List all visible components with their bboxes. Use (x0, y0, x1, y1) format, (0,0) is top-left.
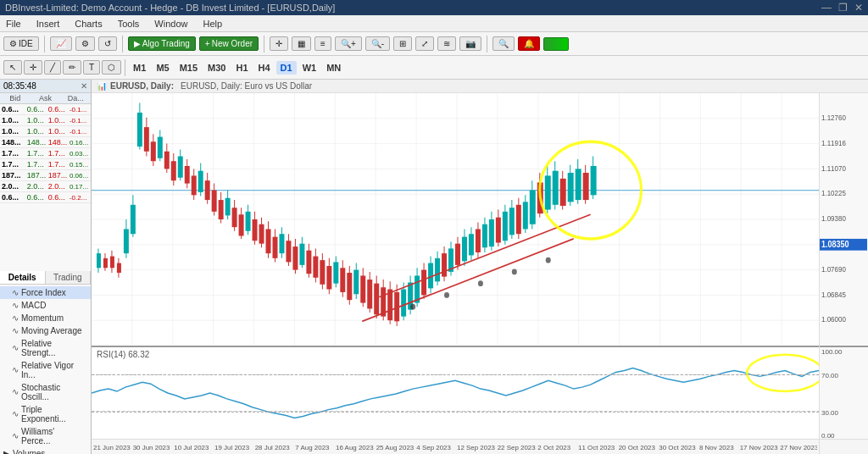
auto-scroll-button[interactable]: ⤢ (415, 36, 434, 51)
zoom-in-button[interactable]: 🔍+ (335, 36, 362, 51)
tf-h1[interactable]: H1 (231, 61, 252, 75)
tf-d1[interactable]: D1 (276, 61, 297, 75)
menu-window[interactable]: Window (152, 18, 190, 30)
date-axis: 21 Jun 2023 30 Jun 2023 10 Jul 2023 19 J… (92, 439, 819, 454)
indicator-moving-average[interactable]: ∿ Moving Average (0, 324, 91, 337)
titlebar: DBInvest-Limited: Demo Account - Hedge -… (0, 0, 868, 15)
toolbar1: ⚙ IDE 📈 ⚙ ↺ ▶ Algo Trading + New Order ✛… (0, 32, 868, 56)
algo-icon: ▶ (134, 39, 141, 48)
tf-h4[interactable]: H4 (254, 61, 275, 75)
ind-wave-icon3: ∿ (12, 313, 19, 323)
shapes-button[interactable]: ⬡ (102, 60, 121, 75)
settings-button[interactable]: ⚙ (75, 36, 95, 51)
tab-trading[interactable]: Trading (46, 271, 92, 284)
zoom-out-button[interactable]: 🔍- (365, 36, 390, 51)
tab-details[interactable]: Details (0, 271, 46, 284)
text-button[interactable]: T (83, 60, 100, 75)
svg-point-176 (444, 292, 449, 298)
menu-charts[interactable]: Charts (72, 18, 104, 30)
line-button[interactable]: ╱ (44, 60, 61, 75)
ide-button[interactable]: ⚙ IDE (3, 36, 39, 51)
rsi-axis: 100.00 70.00 30.00 0.00 (820, 346, 868, 439)
crosshair-button[interactable]: ✛ (270, 36, 288, 51)
pen-button[interactable]: ✏ (63, 60, 81, 75)
tf-mn[interactable]: MN (322, 61, 345, 75)
indicator-momentum[interactable]: ∿ Momentum (0, 312, 91, 324)
chart-description: EURUSD, Daily: Euro vs US Dollar (181, 81, 312, 91)
svg-text:1.11916: 1.11916 (821, 138, 846, 147)
svg-text:1.10225: 1.10225 (821, 189, 846, 198)
svg-text:2 Oct 2023: 2 Oct 2023 (537, 443, 570, 451)
cursor-button[interactable]: ↖ (3, 60, 22, 75)
ind-wave-icon2: ∿ (12, 301, 19, 310)
chart-canvas[interactable]: RSI(14) 68.32 (92, 93, 819, 454)
price-chart-svg (92, 93, 819, 346)
ind-wave-icon8: ∿ (12, 409, 19, 418)
watch-row[interactable]: 1.0... 1.0... 1.0... -0.1... (0, 115, 91, 126)
tabs-area: Details Trading (0, 271, 91, 285)
price-axis-date-spacer (820, 439, 868, 454)
window-controls[interactable]: — ❐ ✕ (821, 2, 863, 14)
new-order-button[interactable]: + New Order (199, 36, 259, 51)
indicator-force-index[interactable]: ∿ Force Index (0, 286, 91, 299)
watch-row[interactable]: 2.0... 2.0... 2.0... 0.17... (0, 181, 91, 192)
grid-button[interactable]: ⊞ (393, 36, 412, 51)
watch-row[interactable]: 1.7... 1.7... 1.7... 0.03... (0, 148, 91, 159)
menu-help[interactable]: Help (200, 18, 225, 30)
svg-text:4 Sep 2023: 4 Sep 2023 (416, 443, 451, 451)
candle-button[interactable]: ≡ (314, 36, 331, 51)
minimize-button[interactable]: — (821, 2, 832, 14)
svg-text:10 Jul 2023: 10 Jul 2023 (174, 443, 209, 451)
watch-row[interactable]: 1.0... 1.0... 1.0... -0.1... (0, 126, 91, 137)
watch-row[interactable]: 0.6... 0.6... 0.6... -0.2... (0, 192, 91, 203)
watch-close[interactable]: ✕ (81, 81, 87, 91)
close-button[interactable]: ✕ (854, 2, 863, 14)
search-button[interactable]: 🔍 (492, 36, 515, 51)
watch-columns: Bid Ask Da... (0, 93, 91, 104)
expand-icon: ▶ (3, 449, 10, 455)
indicator-rsi[interactable]: ∿ Relative Strengt... (0, 337, 91, 359)
svg-text:30 Oct 2023: 30 Oct 2023 (659, 443, 696, 451)
menu-insert[interactable]: Insert (34, 18, 63, 30)
bar-chart-button[interactable]: ▦ (292, 36, 311, 51)
indicator-list: ∿ Force Index ∿ MACD ∿ Momentum ∿ Moving… (0, 285, 91, 455)
tf-m15[interactable]: M15 (175, 61, 202, 75)
menu-file[interactable]: File (3, 18, 24, 30)
svg-text:28 Jul 2023: 28 Jul 2023 (255, 443, 291, 451)
indicator-macd[interactable]: ∿ MACD (0, 299, 91, 312)
watch-row[interactable]: 148... 148... 148... 0.16... (0, 137, 91, 148)
tf-m30[interactable]: M30 (203, 61, 230, 75)
order-icon: + (205, 39, 210, 48)
period-button[interactable]: ≋ (437, 36, 456, 51)
svg-rect-33 (117, 263, 121, 273)
indicator-rvi[interactable]: ∿ Relative Vigor In... (0, 359, 91, 381)
notification-button[interactable]: 🔔 (518, 36, 540, 51)
watch-time: 08:35:48 (3, 81, 36, 91)
indicator-tema[interactable]: ∿ Triple Exponenti... (0, 403, 91, 425)
tf-m1[interactable]: M1 (129, 61, 150, 75)
chart-icon: 📊 (97, 81, 107, 91)
indicator-williams[interactable]: ∿ Williams' Perce... (0, 425, 91, 447)
sep1 (44, 36, 45, 53)
refresh-button[interactable]: ↺ (98, 36, 117, 51)
watch-row[interactable]: 187... 187... 187... 0.06... (0, 170, 91, 181)
tf-m5[interactable]: M5 (152, 61, 173, 75)
algo-trading-button[interactable]: ▶ Algo Trading (128, 36, 196, 51)
category-volumes[interactable]: ▶ Volumes (0, 447, 91, 455)
menu-tools[interactable]: Tools (115, 18, 142, 30)
tf-w1[interactable]: W1 (298, 61, 321, 75)
maximize-button[interactable]: ❐ (838, 2, 848, 14)
watch-row[interactable]: 0.6... 0.6... 0.6... -0.1... (0, 104, 91, 115)
svg-text:1.06845: 1.06845 (821, 290, 846, 299)
sep5 (125, 59, 125, 76)
ind-wave-icon: ∿ (12, 288, 19, 297)
crosshair2-button[interactable]: ✛ (24, 60, 42, 75)
svg-text:1.06000: 1.06000 (821, 315, 846, 324)
ind-wave-icon9: ∿ (12, 431, 19, 440)
screenshot-button[interactable]: 📷 (459, 36, 481, 51)
col-da: Da... (62, 94, 89, 102)
indicator-stochastic[interactable]: ∿ Stochastic Oscill... (0, 381, 91, 403)
watch-row[interactable]: 1.7... 1.7... 1.7... 0.15... (0, 159, 91, 170)
chart-button[interactable]: 📈 (50, 36, 72, 51)
svg-text:17 Nov 2023: 17 Nov 2023 (740, 443, 779, 451)
